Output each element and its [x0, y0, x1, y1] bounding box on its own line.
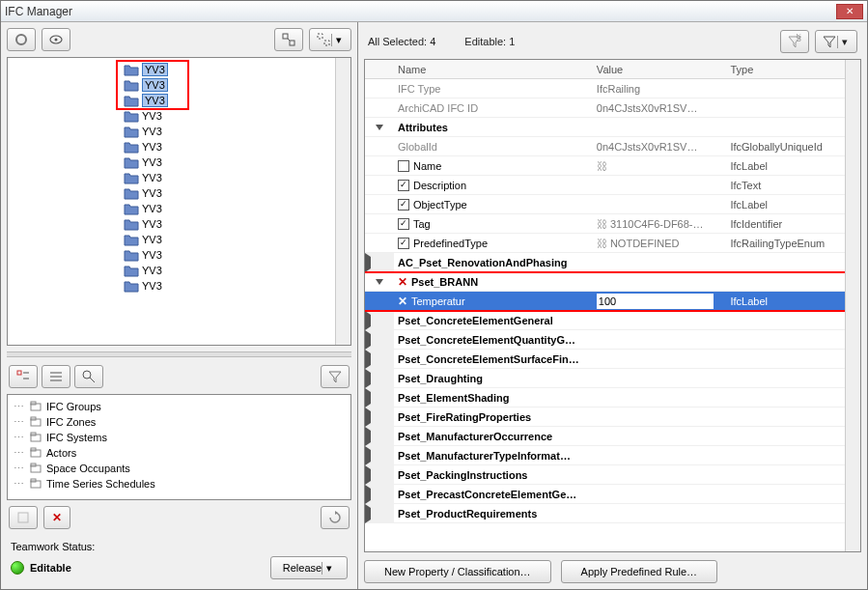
refresh-icon-button[interactable]: [321, 506, 350, 529]
lower-tree[interactable]: ⋯IFC Groups⋯IFC Zones⋯IFC Systems⋯Actors…: [7, 394, 351, 500]
delete-item-button[interactable]: ✕: [43, 506, 70, 529]
group-row[interactable]: Pset_FireRatingProperties: [365, 407, 860, 427]
left-panel: ▾ YV3YV3YV3YV3YV3YV3YV3YV3YV3YV3YV3YV3YV…: [1, 22, 358, 589]
tree-item-label: YV3: [142, 126, 162, 137]
expander-icon[interactable]: [365, 446, 394, 465]
col-value: Value: [593, 64, 727, 75]
eye-icon-button[interactable]: [42, 28, 70, 51]
record-icon-button[interactable]: [7, 28, 36, 51]
tree-item[interactable]: YV3: [8, 263, 350, 278]
group-row-brann[interactable]: ✕ Pset_BRANN: [365, 272, 860, 292]
group-row[interactable]: Pset_ManufacturerTypeInformat…: [365, 446, 860, 465]
lower-tree-item[interactable]: ⋯Actors: [14, 445, 345, 461]
close-button[interactable]: ✕: [836, 4, 863, 19]
group-row[interactable]: Pset_ManufacturerOccurrence: [365, 427, 860, 446]
expander-icon[interactable]: [365, 253, 394, 272]
tree-item[interactable]: YV3: [8, 93, 350, 108]
search-icon-button[interactable]: [74, 365, 103, 388]
checkbox[interactable]: ✓: [398, 180, 409, 191]
release-button[interactable]: Release ▾: [270, 556, 348, 579]
svg-rect-3: [283, 34, 288, 39]
expander-icon[interactable]: [365, 407, 394, 427]
delete-x-icon[interactable]: ✕: [398, 275, 407, 289]
tree-scrollbar[interactable]: [335, 58, 350, 345]
group-row[interactable]: Pset_ProductRequirements: [365, 504, 860, 523]
expander-icon[interactable]: [365, 427, 394, 446]
expander-icon[interactable]: [365, 369, 394, 388]
tree-item[interactable]: YV3: [8, 216, 350, 232]
expander-icon[interactable]: [365, 485, 394, 504]
lower-tree-item[interactable]: ⋯IFC Zones: [14, 414, 345, 430]
value-input[interactable]: [597, 294, 714, 309]
expander-icon[interactable]: [365, 311, 394, 330]
group-row[interactable]: Pset_ElementShading: [365, 388, 860, 407]
tree-item[interactable]: YV3: [8, 108, 350, 124]
tree-panel[interactable]: YV3YV3YV3YV3YV3YV3YV3YV3YV3YV3YV3YV3YV3Y…: [7, 57, 351, 346]
toggle-a-button[interactable]: [274, 28, 303, 51]
new-property-button[interactable]: New Property / Classification…: [364, 560, 551, 583]
group-row[interactable]: AC_Pset_RenovationAndPhasing: [365, 253, 860, 272]
checkbox[interactable]: ✓: [398, 218, 409, 230]
property-panel[interactable]: Name Value Type IFC TypeIfcRailing Archi…: [364, 59, 861, 552]
checkbox[interactable]: ✓: [398, 238, 409, 249]
tree-item[interactable]: YV3: [8, 170, 350, 185]
group-row[interactable]: Pset_PackingInstructions: [365, 465, 860, 485]
tree-item[interactable]: YV3: [8, 201, 350, 216]
lower-tree-item[interactable]: ⋯IFC Systems: [14, 430, 345, 445]
group-row[interactable]: Pset_ConcreteElementSurfaceFin…: [365, 350, 860, 369]
titlebar: IFC Manager ✕: [1, 1, 867, 22]
lower-tree-item[interactable]: ⋯Time Series Schedules: [14, 476, 345, 492]
prop-row-selected[interactable]: ✕ Temperatur IfcLabel: [365, 292, 860, 311]
group-row[interactable]: Pset_Draughting: [365, 369, 860, 388]
prop-scrollbar[interactable]: [845, 60, 860, 551]
tree-item[interactable]: YV3: [8, 247, 350, 263]
delete-x-icon[interactable]: ✕: [398, 295, 407, 308]
expander-icon[interactable]: [365, 330, 394, 350]
tree-item-label: YV3: [142, 234, 162, 245]
expander-icon[interactable]: [365, 504, 394, 523]
expander-icon[interactable]: [365, 350, 394, 369]
tree-item[interactable]: YV3: [8, 278, 350, 294]
tree-item[interactable]: YV3: [8, 185, 350, 201]
tree-item-label: YV3: [142, 78, 168, 92]
prop-row: Name⛓IfcLabel: [365, 156, 860, 176]
teamwork-status: Editable: [30, 562, 71, 574]
expander-icon[interactable]: [376, 125, 383, 130]
group-row[interactable]: Pset_PrecastConcreteElementGe…: [365, 485, 860, 504]
filter-funnel-button[interactable]: [321, 365, 350, 388]
filter-settings-button[interactable]: §: [780, 30, 809, 53]
expander-icon[interactable]: [376, 279, 383, 285]
group-row-attributes[interactable]: Attributes: [365, 118, 860, 137]
assign-icon-button[interactable]: [9, 365, 38, 388]
lower-tree-item[interactable]: ⋯IFC Groups: [14, 399, 345, 414]
list-icon-button[interactable]: [42, 365, 70, 388]
tree-item[interactable]: YV3: [8, 77, 350, 93]
tree-item[interactable]: YV3: [8, 124, 350, 139]
group-row[interactable]: Pset_ConcreteElementQuantityG…: [365, 330, 860, 350]
checkbox[interactable]: ✓: [398, 199, 409, 211]
left-splitter[interactable]: [7, 351, 351, 357]
lower-tree-item[interactable]: ⋯Space Occupants: [14, 461, 345, 476]
filter-dropdown-button[interactable]: ▾: [815, 30, 857, 53]
status-row: All Selected: 4 Editable: 1 § ▾: [364, 28, 861, 55]
release-label: Release: [283, 562, 322, 574]
tree-item[interactable]: YV3: [8, 62, 350, 77]
expander-icon[interactable]: [365, 388, 394, 407]
lower-toolbar: [7, 363, 351, 390]
toggle-b-button[interactable]: ▾: [309, 28, 351, 51]
tree-item[interactable]: YV3: [8, 155, 350, 170]
chevron-down-icon[interactable]: ▾: [322, 562, 335, 575]
apply-rule-button[interactable]: Apply Predefined Rule…: [561, 560, 717, 583]
tree-item[interactable]: YV3: [8, 139, 350, 155]
tree-item[interactable]: YV3: [8, 232, 350, 247]
expander-icon[interactable]: [365, 465, 394, 485]
group-row[interactable]: Pset_ConcreteElementGeneral: [365, 311, 860, 330]
chevron-down-icon[interactable]: ▾: [331, 34, 345, 46]
lower-tree-label: Space Occupants: [46, 463, 130, 474]
chevron-down-icon[interactable]: ▾: [837, 36, 851, 48]
highlighted-pset-group: ✕ Pset_BRANN ✕ Temperatur IfcLabel: [365, 272, 860, 311]
checkbox[interactable]: [398, 160, 409, 172]
new-item-button[interactable]: [9, 506, 38, 529]
svg-rect-6: [318, 34, 322, 39]
teamwork-section: Teamwork Status: Editable Release ▾: [7, 537, 351, 583]
